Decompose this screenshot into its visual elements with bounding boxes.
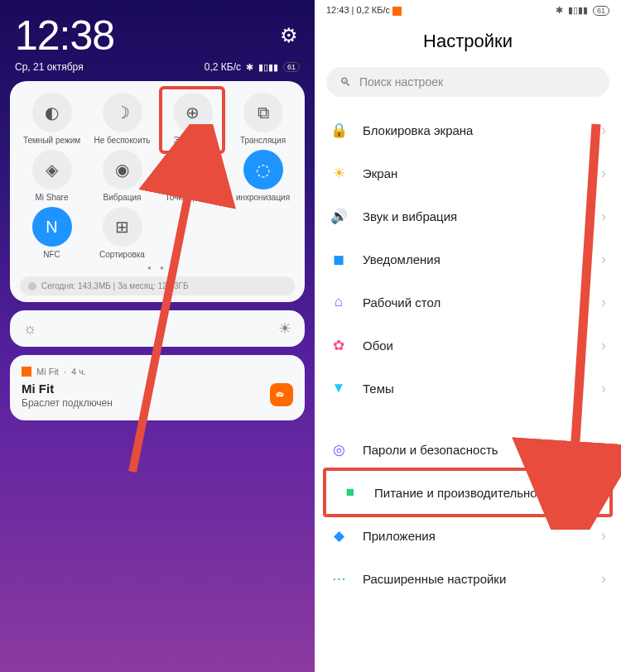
notif-app-name: Mi Fit	[36, 367, 59, 377]
battery-badge: 61	[593, 6, 609, 16]
brightness-slider[interactable]: ☼ ☀	[10, 310, 305, 347]
brightness-high-icon: ☀	[278, 319, 291, 338]
item-label: Темы	[363, 382, 586, 396]
qs-tile-0[interactable]: ◐Темный режим	[18, 93, 85, 145]
chevron-right-icon: ›	[601, 337, 606, 354]
qs-icon: ⊞	[103, 207, 142, 247]
signal-icon: ▮▯▮▮	[258, 62, 278, 73]
settings-item[interactable]: 🔒Блокировка экрана›	[315, 108, 621, 151]
chevron-right-icon: ›	[601, 122, 606, 139]
item-icon: ⌂	[330, 293, 348, 311]
date-label: Ср, 21 октября	[15, 61, 84, 73]
status-net: 0,2 КБ/с	[357, 5, 391, 15]
chevron-right-icon: ›	[601, 527, 606, 545]
item-icon: ◼	[330, 250, 348, 268]
status-app-icon	[392, 7, 402, 16]
data-usage[interactable]: Сегодня: 143,3МБ | За месяц: 12,93ГБ	[20, 276, 295, 295]
settings-item[interactable]: ⌂Рабочий стол›	[315, 281, 621, 324]
item-icon: ☀	[330, 164, 348, 182]
qs-icon: ⧉	[243, 93, 283, 132]
qs-label: Трансляция	[240, 136, 286, 145]
qs-label: Темный режим	[23, 136, 80, 145]
item-label: Экран	[363, 166, 586, 180]
qs-icon: ◐	[32, 93, 72, 132]
item-icon: ✿	[330, 336, 348, 354]
qs-icon: ◉	[103, 150, 142, 190]
clock: 12:38	[15, 15, 114, 56]
chevron-right-icon: ›	[601, 380, 606, 397]
item-label: Блокировка экрана	[363, 123, 586, 137]
qs-label: Не беспокоить	[94, 136, 150, 145]
qs-label: Сортировка	[99, 250, 145, 259]
item-icon: ▼	[330, 379, 348, 397]
battery-badge: 61	[283, 62, 300, 72]
settings-item[interactable]: ◎Пароли и безопасность›	[315, 428, 621, 471]
qs-label: Экономия	[173, 136, 211, 145]
usage-text: Сегодня: 143,3МБ | За месяц: 12,93ГБ	[41, 281, 188, 290]
item-label: Приложения	[363, 529, 586, 543]
item-icon: ◆	[330, 526, 348, 545]
qs-tile-2[interactable]: ⊕Экономия	[159, 93, 226, 145]
qs-icon: ᯤ	[173, 150, 213, 190]
notif-dot: ·	[64, 367, 66, 377]
item-label: Уведомления	[363, 252, 586, 266]
chevron-right-icon: ›	[601, 294, 606, 311]
settings-item[interactable]: ✿Обои›	[315, 324, 621, 367]
qs-tile-3[interactable]: ⧉Трансляция	[229, 93, 296, 145]
notif-time: 4 ч.	[71, 367, 86, 377]
brightness-low-icon: ☼	[23, 320, 37, 338]
qs-icon: N	[32, 207, 72, 247]
bluetooth-icon: ✱	[246, 62, 253, 73]
qs-tile-4[interactable]: ◈Mi Share	[18, 150, 85, 202]
page-dots: ● ●	[18, 259, 296, 273]
status-icons: 0,2 КБ/с ✱ ▮▯▮▮ 61	[205, 61, 300, 73]
qs-label: Mi Share	[35, 193, 68, 202]
status-bar: 12:43 | 0,2 КБ/с ✱ ▮▯▮▮ 61	[315, 0, 621, 16]
qs-tile-8[interactable]: NNFC	[18, 207, 85, 259]
usage-dot-icon	[28, 282, 36, 290]
item-icon: ⋯	[330, 569, 348, 588]
settings-item[interactable]: ■Питание и производительность›	[323, 468, 613, 517]
page-title: Настройки	[315, 16, 621, 67]
settings-item[interactable]: ▼Темы›	[315, 367, 621, 410]
qs-tile-1[interactable]: ☽Не беспокоить	[89, 93, 156, 145]
quick-settings-panel: 12:38 ⚙ Ср, 21 октября 0,2 КБ/с ✱ ▮▯▮▮ 6…	[0, 0, 315, 672]
settings-item[interactable]: ◆Приложения›	[315, 514, 621, 557]
qs-icon: ◌	[243, 150, 283, 190]
chevron-right-icon: ›	[601, 165, 606, 182]
qs-label: NFC	[43, 250, 60, 259]
notif-title: Mi Fit	[22, 382, 293, 396]
notification-card[interactable]: Mi Fit · 4 ч. Mi Fit Браслет подключен ᯅ	[10, 355, 305, 420]
network-speed: 0,2 КБ/с	[205, 61, 241, 73]
notif-app-badge: ᯅ	[270, 383, 293, 406]
bluetooth-icon: ✱	[556, 5, 563, 16]
qs-tile-6[interactable]: ᯤТочка доступа	[159, 150, 226, 202]
qs-icon: ◈	[32, 150, 72, 190]
app-icon	[22, 367, 31, 377]
search-icon: 🔍︎	[339, 75, 351, 89]
settings-item[interactable]: ⋯Расширенные настройки›	[315, 557, 621, 600]
settings-item[interactable]: 🔊Звук и вибрация›	[315, 194, 621, 238]
status-time: 12:43	[326, 5, 349, 15]
item-icon: 🔒	[330, 121, 348, 139]
qs-icon: ⊕	[173, 93, 213, 132]
chevron-right-icon: ›	[601, 441, 606, 458]
qs-label: инхронизация	[236, 193, 290, 202]
qs-label: Вибрация	[104, 193, 142, 202]
qs-tile-7[interactable]: ◌инхронизация	[229, 150, 296, 202]
quick-settings-card: ◐Темный режим☽Не беспокоить⊕Экономия⧉Тра…	[10, 81, 305, 302]
item-label: Питание и производительность	[374, 486, 575, 500]
settings-item[interactable]: ◼Уведомления›	[315, 238, 621, 281]
settings-item[interactable]: ☀Экран›	[315, 151, 621, 194]
notif-body: Браслет подключен	[22, 397, 293, 409]
search-input[interactable]: 🔍︎ Поиск настроек	[326, 67, 609, 97]
qs-tile-5[interactable]: ◉Вибрация	[89, 150, 156, 202]
item-label: Пароли и безопасность	[363, 443, 586, 457]
item-icon: 🔊	[330, 207, 348, 225]
item-label: Расширенные настройки	[363, 572, 586, 586]
qs-icon: ☽	[103, 93, 142, 132]
settings-gear-icon[interactable]: ⚙	[278, 25, 300, 46]
qs-label: Точка доступа	[166, 193, 220, 202]
qs-tile-9[interactable]: ⊞Сортировка	[89, 207, 156, 259]
signal-icon: ▮▯▮▮	[568, 5, 588, 16]
